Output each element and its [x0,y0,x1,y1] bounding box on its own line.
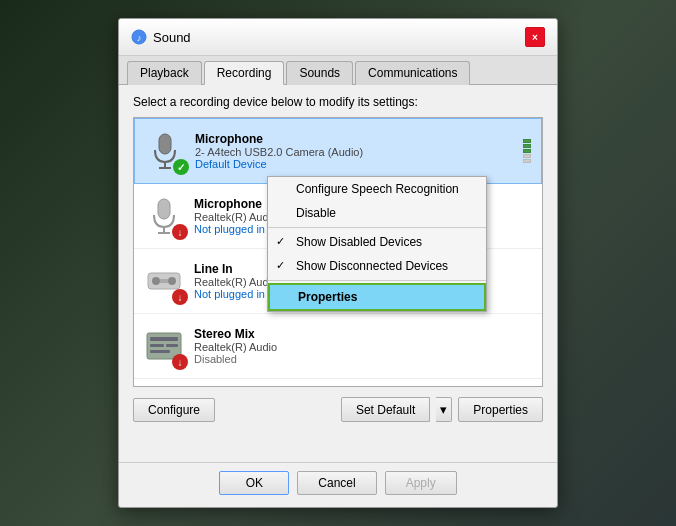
configure-button[interactable]: Configure [133,398,215,422]
status-badge-green-1: ✓ [173,159,189,175]
ctx-properties[interactable]: Properties [268,283,486,311]
ctx-show-disabled[interactable]: Show Disabled Devices [268,230,486,254]
ctx-disable[interactable]: Disable [268,201,486,225]
properties-button[interactable]: Properties [458,397,543,422]
svg-rect-13 [150,337,178,341]
dialog-title: Sound [153,30,191,45]
level-indicator-1 [523,139,531,163]
ctx-configure-speech[interactable]: Configure Speech Recognition [268,177,486,201]
device-sub-1: 2- A4tech USB2.0 Camera (Audio) [195,146,523,158]
ok-button[interactable]: OK [219,471,289,495]
ctx-separator-1 [268,227,486,228]
svg-rect-11 [160,279,168,283]
svg-point-10 [168,277,176,285]
device-icon-wrap-4: ↓ [140,322,188,370]
device-name-4: Stereo Mix [194,327,536,341]
set-default-button[interactable]: Set Default [341,397,430,422]
tabs-bar: Playback Recording Sounds Communications [119,56,557,85]
device-icon-wrap-3: ↓ [140,257,188,305]
device-info-1: Microphone 2- A4tech USB2.0 Camera (Audi… [189,132,523,170]
device-icon-wrap-2: ↓ [140,192,188,240]
action-buttons-row: Configure Set Default ▾ Properties [133,387,543,428]
level-bar-2 [523,144,531,148]
svg-rect-16 [150,350,170,353]
ctx-separator-2 [268,280,486,281]
device-status-1: Default Device [195,158,523,170]
device-info-4: Stereo Mix Realtek(R) Audio Disabled [188,327,536,365]
device-item-stereomix[interactable]: ↓ Stereo Mix Realtek(R) Audio Disabled [134,314,542,379]
sound-icon: ♪ [131,29,147,45]
title-bar-left: ♪ Sound [131,29,191,45]
device-item-microphone-1[interactable]: ✓ Microphone 2- A4tech USB2.0 Camera (Au… [134,118,542,184]
svg-rect-14 [150,344,164,347]
dialog-buttons: OK Cancel Apply [119,462,557,507]
svg-text:♪: ♪ [137,33,142,43]
tab-communications[interactable]: Communications [355,61,470,85]
tab-recording[interactable]: Recording [204,61,285,85]
instruction-text: Select a recording device below to modif… [133,95,543,109]
tab-sounds[interactable]: Sounds [286,61,353,85]
device-status-4: Disabled [194,353,536,365]
level-bar-3 [523,149,531,153]
status-badge-red-2: ↓ [172,224,188,240]
title-bar: ♪ Sound × [119,19,557,56]
tab-playback[interactable]: Playback [127,61,202,85]
set-default-arrow[interactable]: ▾ [436,397,452,422]
level-bar-4 [523,154,531,158]
status-badge-red-3: ↓ [172,289,188,305]
level-bar-5 [523,159,531,163]
svg-rect-5 [158,199,170,219]
status-badge-red-4: ↓ [172,354,188,370]
device-sub-4: Realtek(R) Audio [194,341,536,353]
context-menu: Configure Speech Recognition Disable Sho… [267,176,487,312]
cancel-button[interactable]: Cancel [297,471,376,495]
svg-point-9 [152,277,160,285]
apply-button[interactable]: Apply [385,471,457,495]
device-icon-wrap-1: ✓ [141,127,189,175]
svg-rect-15 [166,344,178,347]
right-buttons: Set Default ▾ Properties [341,397,543,422]
level-bar-1 [523,139,531,143]
svg-rect-2 [159,134,171,154]
close-button[interactable]: × [525,27,545,47]
ctx-show-disconnected[interactable]: Show Disconnected Devices [268,254,486,278]
device-name-1: Microphone [195,132,523,146]
